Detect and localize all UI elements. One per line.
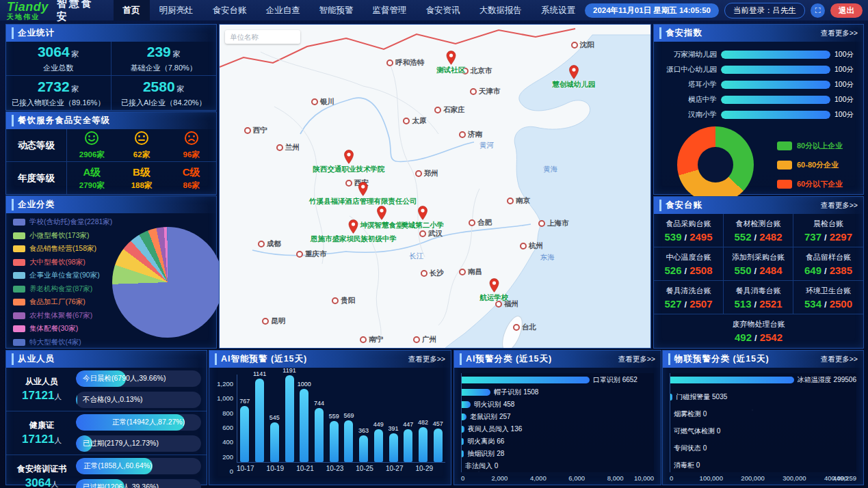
- datetime-badge: 2024年11月01日 星期五 14:05:50: [585, 3, 719, 18]
- nav-item-食安台账[interactable]: 食安台账: [203, 0, 257, 21]
- panel-title: 餐饮服务食品安全等级: [12, 115, 110, 126]
- fullscreen-button[interactable]: ⛶: [811, 3, 825, 18]
- city-label: 杭州: [529, 241, 543, 251]
- city-dot-icon: [332, 297, 339, 304]
- safety-index-row: 横店中学100分: [659, 92, 858, 107]
- warning-bar: [285, 375, 294, 462]
- stat-cell: 239家基础企业（7.80%）: [111, 42, 217, 76]
- stat-value: 2580家: [143, 79, 185, 95]
- ledger-cell: 中心温度台账526/2508: [654, 247, 724, 281]
- nav-item-企业自查[interactable]: 企业自查: [257, 0, 310, 21]
- city-dot-icon: [571, 42, 578, 49]
- personnel-bar-text: 已过期(2179人,12.73%): [83, 435, 159, 452]
- ledger-separator: /: [824, 266, 827, 276]
- x-tick: 10-29: [415, 463, 433, 474]
- stat-unit: 家: [72, 50, 79, 58]
- map-marker[interactable]: 慧创城幼儿园: [552, 65, 595, 90]
- marker-label: 航运学校: [479, 293, 508, 303]
- bar-slot: 569: [341, 412, 356, 462]
- city-dot-icon: [386, 59, 393, 66]
- category-legend-item: 食品加工厂(76家): [13, 297, 112, 307]
- map-marker[interactable]: 测试社区: [436, 51, 465, 75]
- index-score: 100分: [834, 95, 858, 105]
- hbar-row: 口罩识别 6652: [462, 375, 654, 385]
- hbar-label: 门磁报警量 5035: [676, 392, 727, 402]
- map-city-长沙: 长沙: [421, 269, 444, 278]
- nav-item-智能预警[interactable]: 智能预警: [310, 0, 363, 21]
- map-marker[interactable]: 竹溪县福泽酒店管理有限责任公司: [309, 182, 417, 206]
- y-tick: 1,000: [217, 394, 233, 402]
- nav-item-食安资讯[interactable]: 食安资讯: [417, 0, 470, 21]
- map-marker[interactable]: 恩施市盛家坝民族初级中学: [311, 219, 397, 244]
- x-tick: [343, 463, 356, 474]
- warning-bar: [270, 422, 279, 462]
- category-legend: 学校(含幼托)食堂(2281家)小微型餐饮(173家)食品销售经营(158家)大…: [13, 217, 112, 347]
- city-dot-icon: [538, 220, 545, 227]
- panel-map: 沈阳呼和浩特北京市天津市银川石家庄太原济南西宁兰州西安郑州南京上海市合肥杭州武汉…: [219, 24, 651, 349]
- legend-swatch: [777, 161, 792, 170]
- city-dot-icon: [413, 336, 420, 343]
- legend-swatch: [13, 272, 25, 279]
- city-dot-icon: [513, 324, 520, 331]
- warning-bar: [315, 408, 324, 462]
- map-marker[interactable]: 陕西交通职业技术学院: [313, 150, 385, 174]
- ai-warning-y-axis: 02004006008001,0001,200: [213, 383, 237, 471]
- city-dot-icon: [520, 243, 527, 249]
- view-more-link[interactable]: 查看更多>>: [408, 355, 445, 364]
- stat-value: 239家: [147, 44, 181, 60]
- nav-item-系统设置[interactable]: 系统设置: [531, 0, 585, 21]
- legend-swatch: [13, 245, 25, 252]
- x-tick: 10,000: [634, 474, 654, 482]
- panel-title: 企业统计: [12, 27, 55, 39]
- personnel-bar-text: 正常(14942人,87.27%): [76, 414, 192, 431]
- map-marker[interactable]: 樊城第二小学: [401, 206, 444, 230]
- grade-count: 96家: [183, 150, 200, 160]
- city-label: 贵阳: [341, 296, 355, 306]
- nav-item-首页[interactable]: 首页: [114, 0, 150, 21]
- ledger-done-count: 492: [735, 331, 752, 343]
- ledger-done-count: 539: [664, 231, 681, 243]
- legend-swatch: [13, 339, 25, 346]
- logout-button[interactable]: 退出: [830, 3, 863, 18]
- category-legend-item: 特大型餐饮(4家): [13, 338, 112, 347]
- city-dot-icon: [459, 269, 466, 275]
- nav-item-大数据报告[interactable]: 大数据报告: [470, 0, 532, 21]
- personnel-label: 从业人员: [12, 376, 72, 388]
- view-more-link[interactable]: 查看更多>>: [618, 355, 655, 364]
- panel-safety-grade: 餐饮服务食品安全等级 动态等级2906家62家96家年度等级A级2790家B级1…: [5, 111, 217, 195]
- x-tick: [433, 463, 445, 474]
- bar-value-label: 447: [403, 421, 413, 428]
- ledger-label: 食品留样台账: [806, 252, 851, 262]
- bar-slot: 449: [371, 421, 386, 462]
- ledger-label: 食材检测台账: [736, 219, 781, 229]
- view-more-link[interactable]: 查看更多>>: [821, 201, 858, 211]
- ai-warning-bar-chart: 7671141545119110007445595693634493914474…: [237, 375, 445, 463]
- map-city-贵阳: 贵阳: [332, 296, 355, 306]
- ledger-done-count: 649: [804, 265, 821, 276]
- legend-swatch: [777, 141, 792, 150]
- city-dot-icon: [507, 198, 514, 204]
- x-tick: [373, 463, 386, 474]
- index-bar-fill: [721, 66, 830, 74]
- panel-personnel: 从业人员 从业人员17121人今日晨检(6790人,39.66%)不合格(9人,…: [5, 350, 207, 485]
- bar-slot: 545: [267, 414, 282, 462]
- ledger-total-count: 2297: [830, 231, 852, 243]
- view-more-link[interactable]: 查看更多>>: [821, 29, 858, 38]
- nav-item-明厨亮灶[interactable]: 明厨亮灶: [150, 0, 203, 21]
- stat-unit: 家: [173, 50, 181, 58]
- map-marker[interactable]: 航运学校: [479, 278, 508, 303]
- hbar-row: 烟雾检测 0: [670, 409, 856, 419]
- x-tick: 4,000: [530, 474, 547, 482]
- city-label: 南昌: [468, 267, 482, 277]
- view-more-link[interactable]: 查看更多>>: [821, 355, 858, 364]
- panel-enterprise-category: 企业分类 学校(含幼托)食堂(2281家)小微型餐饮(173家)食品销售经营(1…: [5, 195, 217, 349]
- search-input[interactable]: [225, 30, 300, 44]
- warning-bar: [240, 406, 249, 462]
- hbar-fill: [462, 438, 464, 445]
- legend-label: 食品销售经营(158家): [29, 244, 96, 254]
- x-tick: 10-23: [326, 463, 344, 474]
- map-city-重庆市: 重庆市: [296, 249, 327, 259]
- index-bar-track: [721, 66, 830, 74]
- bar-slot: 1141: [252, 370, 267, 462]
- nav-item-监督管理[interactable]: 监督管理: [363, 0, 417, 21]
